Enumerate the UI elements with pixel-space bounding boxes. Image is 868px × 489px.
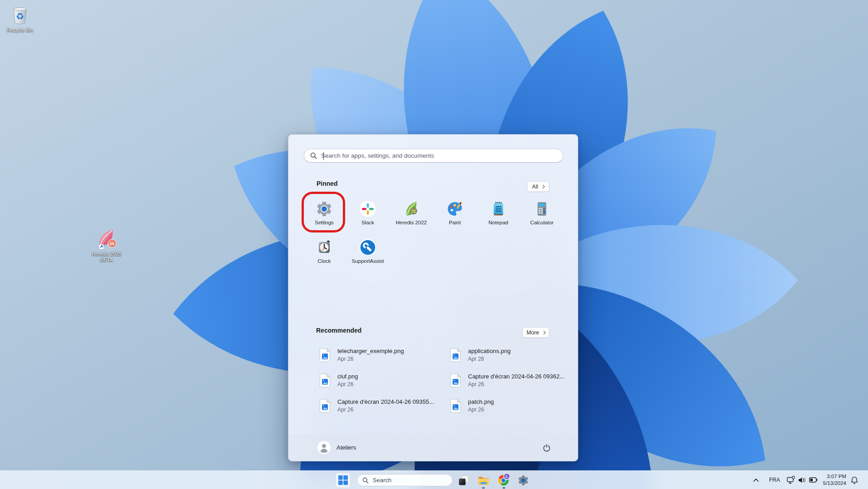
svg-text:25: 25 xyxy=(110,241,115,246)
more-button[interactable]: More xyxy=(522,327,549,338)
png-file-icon xyxy=(450,399,462,413)
file-explorer-folder-icon xyxy=(478,475,490,486)
heredis-label-line1: Heredis 2025 xyxy=(92,251,121,257)
pinned-app-clock[interactable]: Clock xyxy=(302,239,346,268)
chrome-icon: L xyxy=(497,473,511,487)
recycle-bin-icon: ♻ xyxy=(10,5,30,26)
windows-logo-icon xyxy=(338,475,348,485)
start-search-input[interactable] xyxy=(321,152,563,159)
paint-palette-icon xyxy=(446,200,463,218)
user-name: Ateliers xyxy=(336,444,356,451)
pinned-app-calculator[interactable]: Calculator xyxy=(520,200,564,229)
bell-icon xyxy=(851,476,858,484)
file-date: Apr 26 xyxy=(337,356,404,362)
taskbar-search-box[interactable]: Search xyxy=(357,474,453,486)
app-label: Heredis 2022 xyxy=(396,220,427,225)
heredis-leaf-icon: 25 xyxy=(96,229,117,250)
app-label: Clock xyxy=(318,258,331,264)
all-apps-button[interactable]: All xyxy=(527,181,549,192)
overlapping-squares-icon xyxy=(458,474,469,486)
settings-gear-icon xyxy=(316,200,333,218)
app-label: Notepad xyxy=(488,220,508,225)
start-button[interactable] xyxy=(335,472,351,488)
file-date: Apr 26 xyxy=(468,381,565,387)
power-icon xyxy=(543,444,551,452)
file-date: Apr 26 xyxy=(468,407,494,413)
app-label: Settings xyxy=(315,220,334,225)
desktop-icon-recycle-bin[interactable]: ♻ Recycle Bin xyxy=(5,5,35,33)
taskbar-app-settings[interactable] xyxy=(515,473,532,487)
file-name: cluf.png xyxy=(337,373,358,380)
power-button[interactable] xyxy=(538,440,555,456)
network-monitor-icon xyxy=(787,476,795,484)
chevron-up-icon xyxy=(753,479,759,482)
search-icon xyxy=(362,477,369,484)
png-file-icon xyxy=(450,348,462,362)
pinned-app-supportassist[interactable]: SupportAssist xyxy=(346,239,390,268)
file-date: Apr 26 xyxy=(337,381,358,387)
search-icon xyxy=(310,152,317,159)
recommended-list: telecharger_exemple.png Apr 26 applicati… xyxy=(320,345,581,416)
app-label: SupportAssist xyxy=(352,258,384,264)
chrome-profile-badge: L xyxy=(506,474,508,479)
taskbar-search-label: Search xyxy=(373,477,391,484)
pinned-app-notepad[interactable]: Notepad xyxy=(477,200,520,229)
taskbar-app-chrome[interactable]: L xyxy=(496,473,512,487)
clock-icon xyxy=(316,239,333,256)
pinned-heading: Pinned xyxy=(317,180,338,187)
png-file-icon xyxy=(450,373,462,387)
recommended-heading: Recommended xyxy=(316,327,361,334)
pinned-app-paint[interactable]: Paint xyxy=(433,200,477,229)
heredis-badge: 22 xyxy=(411,209,416,213)
desktop-icon-heredis-2025-beta[interactable]: 25 Heredis 2025 BETA xyxy=(89,229,124,263)
recommended-item[interactable]: patch.png Apr 26 xyxy=(450,396,581,416)
all-apps-label: All xyxy=(532,184,538,190)
app-label: Calculator xyxy=(530,220,554,225)
tray-notifications-button[interactable] xyxy=(849,475,860,485)
chevron-right-icon xyxy=(541,331,545,334)
taskbar: Search xyxy=(0,470,868,489)
recommended-item[interactable]: cluf.png Apr 26 xyxy=(320,370,450,390)
app-label: Slack xyxy=(361,220,374,225)
file-name: patch.png xyxy=(468,398,494,405)
taskbar-app-file-explorer[interactable] xyxy=(475,473,492,487)
file-date: Apr 26 xyxy=(337,407,434,413)
tray-volume-icon[interactable] xyxy=(797,476,807,484)
recommended-item[interactable]: telecharger_exemple.png Apr 26 xyxy=(320,345,450,365)
start-search-box[interactable] xyxy=(304,149,563,163)
tray-clock[interactable]: 3:07 PM 5/13/2024 xyxy=(816,473,846,487)
recycle-bin-label: Recycle Bin xyxy=(7,27,33,33)
recommended-item[interactable]: applications.png Apr 26 xyxy=(450,345,581,365)
tray-date: 5/13/2024 xyxy=(816,480,846,487)
slack-icon xyxy=(359,200,376,218)
file-name: telecharger_exemple.png xyxy=(337,348,404,354)
tray-language-indicator[interactable]: FRA xyxy=(767,477,782,483)
pinned-app-heredis-2022[interactable]: 22 Heredis 2022 xyxy=(390,200,433,229)
png-file-icon xyxy=(320,348,331,362)
taskbar-app-overlapping-squares[interactable] xyxy=(455,473,472,487)
app-label: Paint xyxy=(449,220,461,225)
notepad-icon xyxy=(490,200,507,218)
recommended-item[interactable]: Capture d'écran 2024-04-26 09362... Apr … xyxy=(450,370,581,390)
running-indicator xyxy=(482,487,485,489)
supportassist-wrench-icon xyxy=(359,239,376,256)
file-name: Capture d'écran 2024-04-26 09355... xyxy=(337,398,434,405)
tray-hidden-icons-chevron[interactable] xyxy=(751,474,761,485)
speaker-icon xyxy=(798,477,806,484)
pinned-app-slack[interactable]: Slack xyxy=(346,200,390,229)
png-file-icon xyxy=(320,399,331,413)
pinned-app-settings[interactable]: Settings xyxy=(302,200,346,229)
file-name: applications.png xyxy=(468,348,511,354)
user-account-button[interactable]: Ateliers xyxy=(317,441,356,454)
file-date: Apr 26 xyxy=(468,356,511,362)
file-name: Capture d'écran 2024-04-26 09362... xyxy=(468,373,565,380)
recommended-item[interactable]: Capture d'écran 2024-04-26 09355... Apr … xyxy=(320,396,450,416)
heredis-2022-leaf-icon: 22 xyxy=(403,200,420,218)
tray-network-icon[interactable] xyxy=(786,475,796,484)
calculator-icon xyxy=(533,200,551,218)
tray-time: 3:07 PM xyxy=(816,473,846,480)
start-menu: Pinned All Settings xyxy=(288,134,578,461)
user-avatar xyxy=(317,441,331,454)
heredis-label-line2: BETA xyxy=(100,257,113,263)
chevron-right-icon xyxy=(541,185,544,189)
